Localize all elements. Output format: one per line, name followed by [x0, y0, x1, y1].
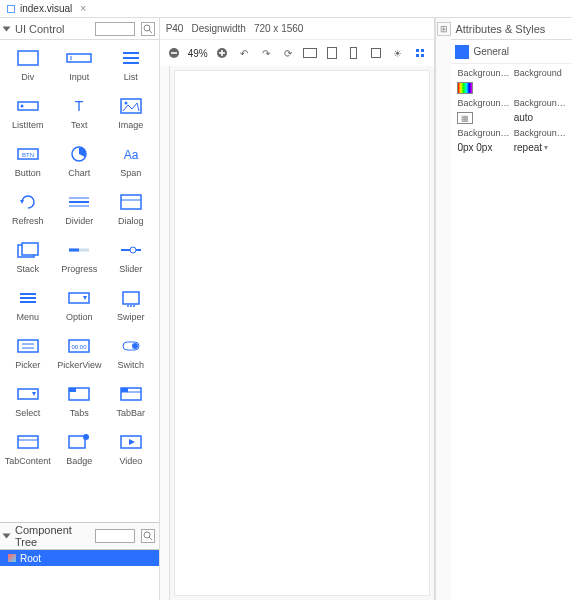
- zoom-level: 49%: [188, 48, 208, 59]
- image-picker[interactable]: ▦: [457, 112, 473, 124]
- close-icon[interactable]: ×: [80, 3, 86, 14]
- tree-search-icon[interactable]: [141, 529, 155, 543]
- component-label: Input: [69, 72, 89, 82]
- component-option[interactable]: Option: [56, 288, 104, 322]
- component-tree: Root: [0, 550, 159, 600]
- svg-text:00:00: 00:00: [72, 344, 88, 350]
- device-tablet-icon[interactable]: [324, 45, 340, 61]
- video-icon: [117, 432, 145, 452]
- prop-value-left[interactable]: 0px 0px: [457, 142, 492, 153]
- file-tab[interactable]: index.visual ×: [6, 3, 86, 14]
- span-icon: Aa: [117, 144, 145, 164]
- general-section[interactable]: General: [451, 40, 572, 64]
- component-progress[interactable]: Progress: [56, 240, 104, 274]
- component-listitem[interactable]: ListItem: [4, 96, 52, 130]
- dialog-icon: [117, 192, 145, 212]
- component-button[interactable]: BTNButton: [4, 144, 52, 178]
- svg-marker-48: [32, 392, 36, 396]
- design-canvas[interactable]: [174, 70, 430, 596]
- component-menu[interactable]: Menu: [4, 288, 52, 322]
- chart-icon: [65, 144, 93, 164]
- zoom-out-icon[interactable]: [166, 45, 182, 61]
- chevron-down-icon[interactable]: [3, 534, 11, 539]
- component-tabcontent[interactable]: TabContent: [4, 432, 52, 466]
- strip-button[interactable]: ⊞: [437, 22, 451, 36]
- component-text[interactable]: TText: [56, 96, 104, 130]
- pickerview-icon: 00:00: [65, 336, 93, 356]
- component-tabbar[interactable]: TabBar: [107, 384, 155, 418]
- component-label: Switch: [118, 360, 145, 370]
- undo-icon[interactable]: ↶: [236, 45, 252, 61]
- device-name: P40: [166, 23, 184, 34]
- component-label: Picker: [15, 360, 40, 370]
- component-picker[interactable]: Picker: [4, 336, 52, 370]
- component-label: Menu: [17, 312, 40, 322]
- redo-icon[interactable]: ↷: [258, 45, 274, 61]
- component-dialog[interactable]: Dialog: [107, 192, 155, 226]
- search-icon[interactable]: [141, 22, 155, 36]
- component-palette: DivInputListListItemTTextImageBTNButtonC…: [0, 40, 159, 522]
- panel-title: UI Control: [15, 23, 89, 35]
- component-swiper[interactable]: Swiper: [107, 288, 155, 322]
- component-image[interactable]: Image: [107, 96, 155, 130]
- svg-rect-74: [421, 54, 424, 57]
- right-panel: Attributes & Styles General Background..…: [451, 18, 572, 600]
- component-slider[interactable]: Slider: [107, 240, 155, 274]
- prop-value[interactable]: auto: [514, 112, 566, 123]
- svg-line-61: [149, 537, 152, 540]
- select-icon: [14, 384, 42, 404]
- component-switch[interactable]: Switch: [107, 336, 155, 370]
- progress-icon: [65, 240, 93, 260]
- component-stack[interactable]: Stack: [4, 240, 52, 274]
- attributes-header: Attributes & Styles: [451, 18, 572, 40]
- component-input[interactable]: Input: [56, 48, 104, 82]
- root-icon: [8, 554, 16, 562]
- svg-marker-59: [129, 439, 135, 445]
- component-chart[interactable]: Chart: [56, 144, 104, 178]
- component-label: Progress: [61, 264, 97, 274]
- svg-rect-40: [18, 340, 38, 352]
- brightness-icon[interactable]: ☀: [390, 45, 406, 61]
- slider-icon: [117, 240, 145, 260]
- svg-rect-71: [416, 49, 419, 52]
- search-input[interactable]: [95, 22, 135, 36]
- component-video[interactable]: Video: [107, 432, 155, 466]
- svg-marker-19: [20, 200, 24, 204]
- svg-rect-56: [69, 436, 85, 448]
- right-strip: ⊞: [435, 18, 452, 600]
- component-divider[interactable]: Divider: [56, 192, 104, 226]
- tree-root-item[interactable]: Root: [0, 550, 159, 566]
- svg-point-11: [20, 105, 23, 108]
- component-refresh[interactable]: Refresh: [4, 192, 52, 226]
- refresh-icon[interactable]: ⟳: [280, 45, 296, 61]
- list-icon: [117, 48, 145, 68]
- tree-search-input[interactable]: [95, 529, 135, 543]
- listitem-icon: [14, 96, 42, 116]
- prop-dropdown[interactable]: repeat▾: [514, 142, 566, 153]
- component-list[interactable]: List: [107, 48, 155, 82]
- color-swatch[interactable]: [457, 82, 473, 94]
- component-badge[interactable]: Badge: [56, 432, 104, 466]
- device-square-icon[interactable]: [368, 45, 384, 61]
- device-phone-icon[interactable]: [346, 45, 362, 61]
- component-tree-header: Component Tree: [0, 522, 159, 550]
- canvas-area: [160, 66, 434, 600]
- prop-label-left: Background...: [457, 98, 509, 108]
- svg-rect-26: [22, 243, 38, 255]
- svg-rect-54: [18, 436, 38, 448]
- component-label: ListItem: [12, 120, 44, 130]
- zoom-in-icon[interactable]: [214, 45, 230, 61]
- chevron-down-icon[interactable]: [3, 26, 11, 31]
- component-tabs[interactable]: Tabs: [56, 384, 104, 418]
- settings-icon[interactable]: [412, 45, 428, 61]
- tabbar-icon: [117, 384, 145, 404]
- svg-rect-36: [123, 292, 139, 304]
- component-pickerview[interactable]: 00:00PickerView: [56, 336, 104, 370]
- image-icon: [117, 96, 145, 116]
- component-select[interactable]: Select: [4, 384, 52, 418]
- device-landscape-icon[interactable]: [302, 45, 318, 61]
- component-span[interactable]: AaSpan: [107, 144, 155, 178]
- component-div[interactable]: Div: [4, 48, 52, 82]
- tabs-icon: [65, 384, 93, 404]
- section-title: General: [473, 46, 509, 57]
